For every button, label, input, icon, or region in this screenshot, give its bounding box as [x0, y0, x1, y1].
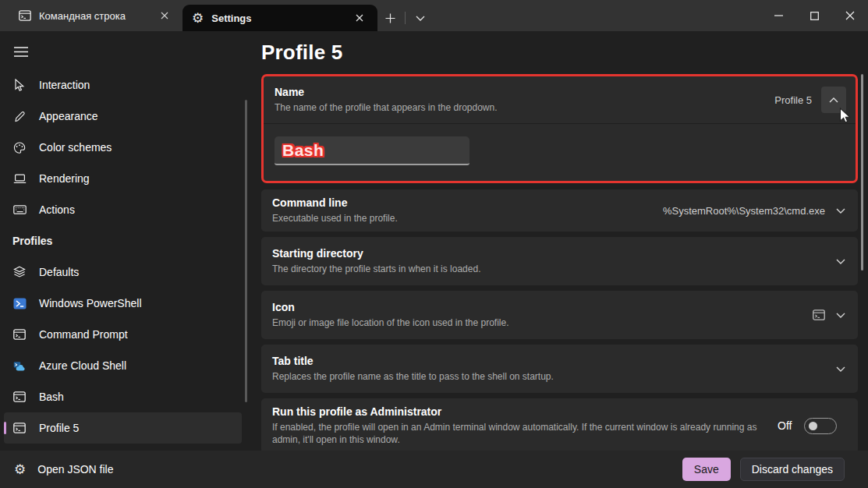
content-scrollbar[interactable] — [861, 74, 863, 271]
sidebar-item-interaction[interactable]: Interaction — [4, 69, 242, 101]
pointer-icon — [12, 79, 27, 92]
sidebar-item-label: Windows PowerShell — [39, 297, 142, 309]
tab-command-prompt[interactable]: Командная строка — [9, 0, 182, 31]
setting-row-tab-title[interactable]: Tab title Replaces the profile name as t… — [261, 345, 858, 393]
collapse-expander-button[interactable] — [821, 87, 846, 113]
icon-preview-cmd-icon — [813, 309, 825, 320]
discard-changes-button[interactable]: Discard changes — [740, 458, 845, 481]
tab-label: Командная строка — [39, 10, 147, 22]
open-json-file-label: Open JSON file — [37, 463, 113, 476]
setting-description: Emoji or image file location of the icon… — [272, 316, 813, 329]
cmd-window-icon — [12, 329, 27, 340]
window-controls — [760, 0, 868, 31]
sidebar-item-label: Color schemes — [39, 141, 112, 154]
sidebar-item-label: Profile 5 — [39, 422, 79, 434]
profile-name-input[interactable]: Bash — [275, 136, 469, 165]
profiles-section-header: Profiles — [0, 225, 250, 256]
chevron-down-icon[interactable] — [836, 208, 845, 214]
sidebar-item-rendering[interactable]: Rendering — [4, 163, 242, 194]
tab-settings[interactable]: ⚙ Settings — [182, 5, 377, 31]
typed-text-annotation: Bash — [282, 141, 324, 160]
setting-label: Run this profile as Administrator — [272, 405, 778, 418]
layers-icon — [12, 266, 27, 278]
body: Interaction Appearance Color — [0, 31, 868, 488]
setting-row-starting-directory[interactable]: Starting directory The directory the pro… — [261, 237, 858, 285]
tabbar-separator — [405, 12, 406, 24]
palette-icon — [12, 142, 27, 154]
selection-indicator — [4, 422, 6, 434]
title-bar: Командная строка ⚙ Settings — [0, 0, 868, 31]
sidebar-scrollbar[interactable] — [245, 100, 247, 402]
sidebar-item-actions[interactable]: Actions — [4, 194, 242, 225]
cmd-window-icon — [12, 423, 27, 433]
setting-current-value: %SystemRoot%\System32\cmd.exe — [663, 205, 825, 217]
setting-description: The name of the profile that appears in … — [275, 101, 774, 114]
cmd-window-icon — [12, 391, 27, 402]
page-title: Profile 5 — [261, 41, 858, 65]
sidebar-item-label: Command Prompt — [39, 328, 128, 341]
hamburger-menu-button[interactable] — [6, 37, 36, 65]
chevron-down-icon[interactable] — [836, 313, 845, 318]
chevron-down-icon[interactable] — [836, 366, 845, 372]
sidebar-item-profile-5[interactable]: Profile 5 — [4, 412, 242, 444]
windows-terminal-settings-window: Командная строка ⚙ Settings — [0, 0, 868, 488]
setting-label: Command line — [272, 196, 663, 209]
setting-description: Executable used in the profile. — [272, 212, 663, 225]
sidebar-nav: Interaction Appearance Color — [0, 69, 250, 444]
setting-description: The directory the profile starts in when… — [272, 263, 836, 275]
gear-icon: ⚙ — [14, 463, 26, 476]
close-window-button[interactable] — [832, 0, 868, 31]
keyboard-icon — [12, 205, 27, 214]
sidebar-item-appearance[interactable]: Appearance — [4, 101, 242, 132]
name-setting-card-highlighted: Name The name of the profile that appear… — [261, 74, 858, 183]
setting-description: If enabled, the profile will open in an … — [272, 421, 778, 446]
settings-sidebar: Interaction Appearance Color — [0, 31, 250, 488]
sidebar-item-azure-cloud-shell[interactable]: Azure Cloud Shell — [4, 350, 242, 381]
sidebar-item-label: Rendering — [39, 172, 90, 185]
powershell-icon — [12, 298, 27, 309]
maximize-button[interactable] — [796, 0, 832, 31]
sidebar-item-label: Bash — [39, 391, 64, 403]
setting-label: Name — [275, 86, 774, 98]
sidebar-item-defaults[interactable]: Defaults — [4, 256, 242, 288]
tab-label: Settings — [211, 12, 342, 24]
sidebar-item-label: Azure Cloud Shell — [39, 359, 126, 372]
sidebar-item-color-schemes[interactable]: Color schemes — [4, 132, 242, 163]
setting-label: Starting directory — [272, 247, 836, 260]
chevron-down-icon[interactable] — [836, 259, 845, 264]
cmd-window-icon — [19, 10, 31, 21]
sidebar-item-label: Appearance — [39, 110, 98, 122]
sidebar-item-bash[interactable]: Bash — [4, 381, 242, 412]
setting-current-value: Profile 5 — [774, 94, 812, 106]
sidebar-item-windows-powershell[interactable]: Windows PowerShell — [4, 288, 242, 319]
setting-row-icon[interactable]: Icon Emoji or image file location of the… — [261, 291, 858, 339]
sidebar-item-label: Actions — [39, 203, 75, 216]
minimize-button[interactable] — [760, 0, 796, 31]
monitor-icon — [12, 173, 27, 184]
pen-icon — [12, 111, 27, 122]
admin-toggle-switch[interactable] — [804, 418, 837, 434]
setting-label: Tab title — [272, 355, 836, 367]
new-tab-button[interactable] — [379, 8, 401, 28]
tab-close-icon[interactable] — [154, 6, 175, 25]
sidebar-item-label: Interaction — [39, 79, 90, 91]
setting-label: Icon — [272, 301, 813, 313]
sidebar-item-label: Defaults — [39, 266, 79, 278]
tab-strip: Командная строка ⚙ Settings — [0, 0, 760, 31]
setting-row-command-line[interactable]: Command line Executable used in the prof… — [261, 189, 858, 232]
save-button[interactable]: Save — [682, 458, 731, 481]
profile-dropdown-button[interactable] — [409, 8, 431, 28]
tab-close-icon[interactable] — [349, 9, 370, 27]
setting-row-run-as-admin[interactable]: Run this profile as Administrator If ena… — [261, 398, 858, 453]
toggle-knob — [809, 422, 817, 430]
gear-icon: ⚙ — [192, 12, 204, 25]
settings-main-pane: Profile 5 Name The name of the profile t… — [250, 31, 868, 488]
azure-cloud-icon — [12, 360, 27, 372]
footer-bar: ⚙ Open JSON file Save Discard changes — [0, 451, 868, 488]
setting-description: Replaces the profile name as the title t… — [272, 370, 836, 383]
name-expander-header[interactable]: Name The name of the profile that appear… — [264, 76, 856, 123]
open-json-file-button[interactable]: ⚙ Open JSON file — [14, 463, 114, 476]
toggle-state-label: Off — [778, 419, 792, 432]
sidebar-item-command-prompt[interactable]: Command Prompt — [4, 319, 242, 350]
